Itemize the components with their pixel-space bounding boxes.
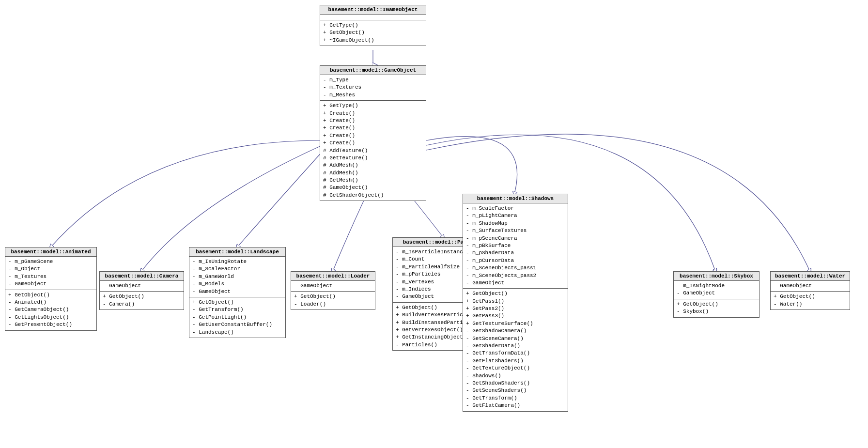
animated-fields: - m_pGameScene - m_Object - m_Textures -… (5, 257, 96, 290)
water-box: basement::model::Water - GameObject + Ge… (770, 271, 850, 310)
animated-box: basement::model::Animated - m_pGameScene… (5, 247, 97, 331)
gameobject-fields: - m_Type - m_Textures - m_Meshes (320, 75, 426, 101)
gameobject-methods: + GetType() + Create() + Create() + Crea… (320, 101, 426, 201)
skybox-fields: - m_IsNightMode - GameObject (674, 281, 759, 299)
igameobject-empty (320, 15, 426, 20)
camera-methods: + GetObject() - Camera() (100, 292, 184, 309)
loader-fields: - GameObject (291, 281, 375, 292)
skybox-title: basement::model::Skybox (674, 272, 759, 281)
landscape-fields: - m_IsUsingRotate - m_ScaleFactor - m_Ga… (189, 257, 285, 297)
water-methods: + GetObject() - Water() (771, 292, 850, 309)
shadows-title: basement::model::Shadows (463, 194, 568, 203)
loader-box: basement::model::Loader - GameObject + G… (291, 271, 375, 310)
shadows-box: basement::model::Shadows - m_ScaleFactor… (463, 194, 568, 412)
shadows-methods: + GetObject() + GetPass1() + GetPass2() … (463, 289, 568, 411)
landscape-title: basement::model::Landscape (189, 247, 285, 257)
loader-title: basement::model::Loader (291, 272, 375, 281)
water-title: basement::model::Water (771, 272, 850, 281)
landscape-methods: + GetObject() - GetTransform() - GetPoin… (189, 297, 285, 338)
diagram-container: basement::model::IGameObject + GetType()… (0, 0, 868, 448)
igameobject-title: basement::model::IGameObject (320, 5, 426, 15)
camera-box: basement::model::Camera - GameObject + G… (99, 271, 184, 310)
loader-methods: + GetObject() - Loader() (291, 292, 375, 309)
skybox-methods: + GetObject() - Skybox() (674, 299, 759, 317)
skybox-box: basement::model::Skybox - m_IsNightMode … (673, 271, 760, 318)
landscape-box: basement::model::Landscape - m_IsUsingRo… (189, 247, 286, 338)
gameobject-title: basement::model::GameObject (320, 66, 426, 75)
animated-title: basement::model::Animated (5, 247, 96, 257)
arrows-svg (0, 0, 868, 448)
igameobject-box: basement::model::IGameObject + GetType()… (320, 5, 426, 46)
shadows-fields: - m_ScaleFactor - m_pLightCamera - m_Sha… (463, 203, 568, 289)
water-fields: - GameObject (771, 281, 850, 292)
animated-methods: + GetObject() - Animated() - GetCameraOb… (5, 290, 96, 330)
gameobject-box: basement::model::GameObject - m_Type - m… (320, 65, 426, 201)
igameobject-methods: + GetType() + GetObject() + ~IGameObject… (320, 20, 426, 46)
camera-title: basement::model::Camera (100, 272, 184, 281)
camera-fields: - GameObject (100, 281, 184, 292)
